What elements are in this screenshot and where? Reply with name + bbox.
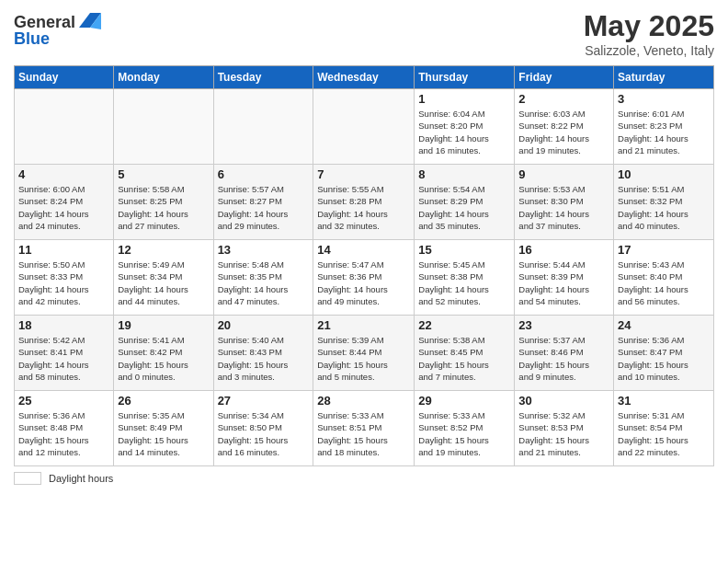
day-info: Sunrise: 5:50 AM Sunset: 8:33 PM Dayligh…	[18, 259, 109, 307]
day-number: 1	[418, 92, 510, 106]
day-info: Sunrise: 5:53 AM Sunset: 8:30 PM Dayligh…	[518, 183, 609, 232]
table-row: 7Sunrise: 5:55 AM Sunset: 8:28 PM Daylig…	[313, 165, 415, 240]
day-number: 6	[218, 167, 310, 181]
day-info: Sunrise: 5:33 AM Sunset: 8:51 PM Dayligh…	[317, 409, 410, 458]
day-info: Sunrise: 5:45 AM Sunset: 8:38 PM Dayligh…	[418, 259, 510, 307]
table-row: 29Sunrise: 5:33 AM Sunset: 8:52 PM Dayli…	[415, 391, 515, 466]
day-number: 3	[618, 92, 710, 106]
day-info: Sunrise: 5:33 AM Sunset: 8:52 PM Dayligh…	[418, 409, 510, 458]
table-row: 5Sunrise: 5:58 AM Sunset: 8:25 PM Daylig…	[114, 165, 213, 240]
day-info: Sunrise: 5:40 AM Sunset: 8:43 PM Dayligh…	[218, 334, 310, 383]
table-row: 27Sunrise: 5:34 AM Sunset: 8:50 PM Dayli…	[213, 391, 313, 466]
calendar-week-3: 11Sunrise: 5:50 AM Sunset: 8:33 PM Dayli…	[15, 240, 714, 316]
day-info: Sunrise: 5:36 AM Sunset: 8:47 PM Dayligh…	[618, 334, 710, 383]
day-info: Sunrise: 5:34 AM Sunset: 8:50 PM Dayligh…	[218, 409, 310, 458]
day-info: Sunrise: 5:58 AM Sunset: 8:25 PM Dayligh…	[118, 183, 209, 232]
day-number: 29	[418, 394, 510, 408]
day-info: Sunrise: 5:37 AM Sunset: 8:46 PM Dayligh…	[518, 334, 609, 383]
day-number: 17	[618, 243, 710, 257]
table-row: 19Sunrise: 5:41 AM Sunset: 8:42 PM Dayli…	[114, 316, 213, 391]
day-number: 31	[618, 394, 710, 408]
table-row: 22Sunrise: 5:38 AM Sunset: 8:45 PM Dayli…	[415, 316, 515, 391]
table-row: 8Sunrise: 5:54 AM Sunset: 8:29 PM Daylig…	[415, 165, 515, 240]
calendar-subtitle: Salizzole, Veneto, Italy	[584, 43, 714, 58]
day-info: Sunrise: 5:48 AM Sunset: 8:35 PM Dayligh…	[218, 259, 310, 307]
table-row: 4Sunrise: 6:00 AM Sunset: 8:24 PM Daylig…	[15, 165, 114, 240]
calendar-table: Sunday Monday Tuesday Wednesday Thursday…	[14, 65, 714, 466]
day-number: 18	[18, 318, 109, 332]
table-row: 18Sunrise: 5:42 AM Sunset: 8:41 PM Dayli…	[15, 316, 114, 391]
day-info: Sunrise: 5:39 AM Sunset: 8:44 PM Dayligh…	[317, 334, 410, 383]
day-info: Sunrise: 5:36 AM Sunset: 8:48 PM Dayligh…	[18, 409, 109, 458]
col-saturday: Saturday	[614, 66, 714, 89]
table-row: 11Sunrise: 5:50 AM Sunset: 8:33 PM Dayli…	[15, 240, 114, 316]
day-info: Sunrise: 6:04 AM Sunset: 8:20 PM Dayligh…	[418, 108, 510, 156]
table-row: 16Sunrise: 5:44 AM Sunset: 8:39 PM Dayli…	[515, 240, 614, 316]
day-number: 7	[317, 167, 410, 181]
day-info: Sunrise: 5:31 AM Sunset: 8:54 PM Dayligh…	[618, 409, 710, 458]
day-number: 13	[218, 243, 310, 257]
calendar-week-1: 1Sunrise: 6:04 AM Sunset: 8:20 PM Daylig…	[15, 89, 714, 165]
table-row: 15Sunrise: 5:45 AM Sunset: 8:38 PM Dayli…	[415, 240, 515, 316]
calendar-week-4: 18Sunrise: 5:42 AM Sunset: 8:41 PM Dayli…	[15, 316, 714, 391]
day-number: 25	[18, 394, 109, 408]
table-row: 26Sunrise: 5:35 AM Sunset: 8:49 PM Dayli…	[114, 391, 213, 466]
table-row: 6Sunrise: 5:57 AM Sunset: 8:27 PM Daylig…	[213, 165, 313, 240]
day-number: 11	[18, 243, 109, 257]
table-row: 14Sunrise: 5:47 AM Sunset: 8:36 PM Dayli…	[313, 240, 415, 316]
footer: Daylight hours	[14, 472, 714, 485]
day-number: 16	[518, 243, 609, 257]
day-info: Sunrise: 5:49 AM Sunset: 8:34 PM Dayligh…	[118, 259, 209, 307]
day-number: 21	[317, 318, 410, 332]
day-number: 20	[218, 318, 310, 332]
col-monday: Monday	[114, 66, 213, 89]
table-row	[313, 89, 415, 165]
day-number: 9	[518, 167, 609, 181]
day-info: Sunrise: 5:44 AM Sunset: 8:39 PM Dayligh…	[518, 259, 609, 307]
page: General Blue May 2025 Salizzole, Veneto,…	[0, 0, 728, 563]
table-row: 2Sunrise: 6:03 AM Sunset: 8:22 PM Daylig…	[515, 89, 614, 165]
header: General Blue May 2025 Salizzole, Veneto,…	[14, 9, 714, 58]
table-row	[213, 89, 313, 165]
day-number: 24	[618, 318, 710, 332]
table-row: 24Sunrise: 5:36 AM Sunset: 8:47 PM Dayli…	[614, 316, 714, 391]
day-info: Sunrise: 5:41 AM Sunset: 8:42 PM Dayligh…	[118, 334, 209, 383]
day-number: 10	[618, 167, 710, 181]
day-info: Sunrise: 6:03 AM Sunset: 8:22 PM Dayligh…	[518, 108, 609, 156]
logo: General Blue	[14, 9, 103, 49]
daylight-swatch	[14, 472, 41, 485]
day-number: 23	[518, 318, 609, 332]
day-number: 27	[218, 394, 310, 408]
table-row: 10Sunrise: 5:51 AM Sunset: 8:32 PM Dayli…	[614, 165, 714, 240]
table-row: 21Sunrise: 5:39 AM Sunset: 8:44 PM Dayli…	[313, 316, 415, 391]
logo-icon	[77, 9, 103, 35]
calendar-week-5: 25Sunrise: 5:36 AM Sunset: 8:48 PM Dayli…	[15, 391, 714, 466]
day-info: Sunrise: 5:43 AM Sunset: 8:40 PM Dayligh…	[618, 259, 710, 307]
day-info: Sunrise: 5:57 AM Sunset: 8:27 PM Dayligh…	[218, 183, 310, 232]
col-wednesday: Wednesday	[313, 66, 415, 89]
table-row: 31Sunrise: 5:31 AM Sunset: 8:54 PM Dayli…	[614, 391, 714, 466]
day-info: Sunrise: 5:51 AM Sunset: 8:32 PM Dayligh…	[618, 183, 710, 232]
table-row: 25Sunrise: 5:36 AM Sunset: 8:48 PM Dayli…	[15, 391, 114, 466]
col-sunday: Sunday	[15, 66, 114, 89]
day-number: 30	[518, 394, 609, 408]
col-thursday: Thursday	[415, 66, 515, 89]
day-info: Sunrise: 6:00 AM Sunset: 8:24 PM Dayligh…	[18, 183, 109, 232]
day-info: Sunrise: 6:01 AM Sunset: 8:23 PM Dayligh…	[618, 108, 710, 156]
table-row: 30Sunrise: 5:32 AM Sunset: 8:53 PM Dayli…	[515, 391, 614, 466]
col-tuesday: Tuesday	[213, 66, 313, 89]
day-info: Sunrise: 5:38 AM Sunset: 8:45 PM Dayligh…	[418, 334, 510, 383]
table-row: 20Sunrise: 5:40 AM Sunset: 8:43 PM Dayli…	[213, 316, 313, 391]
day-info: Sunrise: 5:55 AM Sunset: 8:28 PM Dayligh…	[317, 183, 410, 232]
table-row: 13Sunrise: 5:48 AM Sunset: 8:35 PM Dayli…	[213, 240, 313, 316]
table-row: 1Sunrise: 6:04 AM Sunset: 8:20 PM Daylig…	[415, 89, 515, 165]
day-number: 2	[518, 92, 609, 106]
day-number: 15	[418, 243, 510, 257]
day-number: 4	[18, 167, 109, 181]
table-row: 3Sunrise: 6:01 AM Sunset: 8:23 PM Daylig…	[614, 89, 714, 165]
calendar-header-row: Sunday Monday Tuesday Wednesday Thursday…	[15, 66, 714, 89]
calendar-week-2: 4Sunrise: 6:00 AM Sunset: 8:24 PM Daylig…	[15, 165, 714, 240]
day-info: Sunrise: 5:32 AM Sunset: 8:53 PM Dayligh…	[518, 409, 609, 458]
day-number: 12	[118, 243, 209, 257]
table-row	[15, 89, 114, 165]
